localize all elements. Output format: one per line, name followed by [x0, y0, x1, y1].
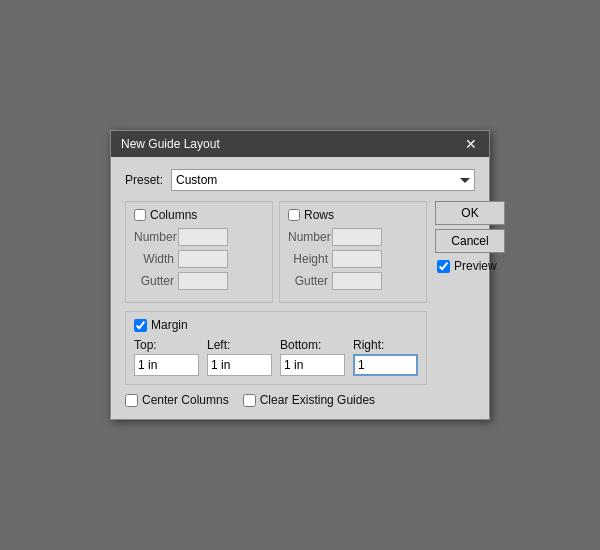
margin-top-input[interactable] — [134, 354, 199, 376]
margin-top-field: Top: — [134, 338, 199, 376]
rows-height-label: Height — [288, 252, 328, 266]
preview-label: Preview — [454, 259, 497, 273]
columns-number-input[interactable] — [178, 228, 228, 246]
margin-bottom-field: Bottom: — [280, 338, 345, 376]
dialog-body: Preset: Custom Columns Number — [111, 157, 489, 419]
margin-right-field: Right: — [353, 338, 418, 376]
margin-checkbox[interactable] — [134, 319, 147, 332]
rows-number-input[interactable] — [332, 228, 382, 246]
columns-section: Columns Number Width Gutter — [125, 201, 273, 303]
columns-width-input[interactable] — [178, 250, 228, 268]
right-buttons: OK Cancel Preview — [435, 201, 505, 407]
columns-checkbox[interactable] — [134, 209, 146, 221]
margin-left-field: Left: — [207, 338, 272, 376]
new-guide-layout-dialog: New Guide Layout ✕ Preset: Custom Column… — [110, 130, 490, 420]
rows-number-row: Number — [288, 228, 418, 246]
margin-section: Margin Top: Left: Bottom: — [125, 311, 427, 385]
margin-label: Margin — [151, 318, 188, 332]
rows-height-row: Height — [288, 250, 418, 268]
title-bar: New Guide Layout ✕ — [111, 131, 489, 157]
preview-row: Preview — [437, 259, 505, 273]
main-content: Columns Number Width Gutter — [125, 201, 475, 407]
columns-rows-row: Columns Number Width Gutter — [125, 201, 427, 303]
ok-button[interactable]: OK — [435, 201, 505, 225]
rows-gutter-label: Gutter — [288, 274, 328, 288]
columns-gutter-row: Gutter — [134, 272, 264, 290]
preview-checkbox[interactable] — [437, 260, 450, 273]
rows-height-input[interactable] — [332, 250, 382, 268]
margin-left-input[interactable] — [207, 354, 272, 376]
preset-row: Preset: Custom — [125, 169, 475, 191]
preset-label: Preset: — [125, 173, 163, 187]
rows-checkbox[interactable] — [288, 209, 300, 221]
margin-bottom-label: Bottom: — [280, 338, 345, 352]
columns-width-row: Width — [134, 250, 264, 268]
dialog-title: New Guide Layout — [121, 137, 220, 151]
rows-number-label: Number — [288, 230, 328, 244]
center-columns-label[interactable]: Center Columns — [125, 393, 229, 407]
center-columns-checkbox[interactable] — [125, 394, 138, 407]
close-button[interactable]: ✕ — [463, 137, 479, 151]
margin-header: Margin — [134, 318, 418, 332]
columns-gutter-input[interactable] — [178, 272, 228, 290]
columns-gutter-label: Gutter — [134, 274, 174, 288]
columns-number-label: Number — [134, 230, 174, 244]
clear-guides-label[interactable]: Clear Existing Guides — [243, 393, 375, 407]
margin-fields: Top: Left: Bottom: Right: — [134, 338, 418, 376]
left-panel: Columns Number Width Gutter — [125, 201, 427, 407]
margin-top-label: Top: — [134, 338, 199, 352]
margin-right-input[interactable] — [353, 354, 418, 376]
rows-gutter-input[interactable] — [332, 272, 382, 290]
margin-right-label: Right: — [353, 338, 418, 352]
columns-width-label: Width — [134, 252, 174, 266]
clear-guides-checkbox[interactable] — [243, 394, 256, 407]
rows-gutter-row: Gutter — [288, 272, 418, 290]
columns-header: Columns — [134, 208, 264, 222]
bottom-row: Center Columns Clear Existing Guides — [125, 393, 427, 407]
rows-label: Rows — [304, 208, 334, 222]
rows-section: Rows Number Height Gutter — [279, 201, 427, 303]
rows-header: Rows — [288, 208, 418, 222]
preset-select[interactable]: Custom — [171, 169, 475, 191]
columns-number-row: Number — [134, 228, 264, 246]
margin-bottom-input[interactable] — [280, 354, 345, 376]
cancel-button[interactable]: Cancel — [435, 229, 505, 253]
columns-label: Columns — [150, 208, 197, 222]
margin-left-label: Left: — [207, 338, 272, 352]
